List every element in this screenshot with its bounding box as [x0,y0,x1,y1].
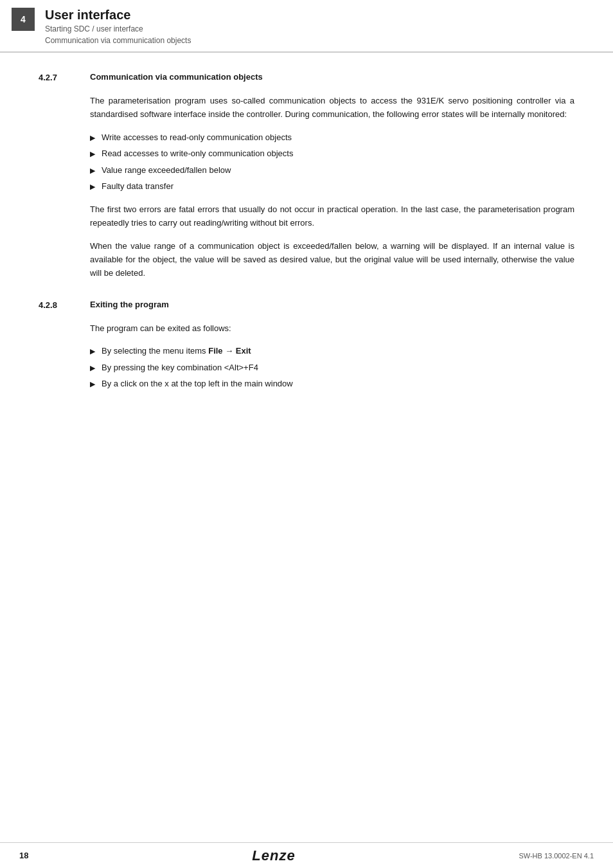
list-item: ▶ By pressing the key combination <Alt>+… [90,361,574,374]
footer-logo: Lenze [252,847,295,864]
section-4-2-7-bullets: ▶ Write accesses to read-only communicat… [90,131,574,194]
chapter-number: 4 [12,8,35,31]
section-4-2-7-body: The parameterisation program uses so-cal… [90,94,574,280]
bullet-icon-2: ▶ [90,147,102,159]
section-4-2-8: 4.2.8 Exiting the program The program ca… [39,300,574,391]
header-text: User interface Starting SDC / user inter… [45,6,191,46]
section-4-2-8-heading: 4.2.8 Exiting the program [39,300,574,310]
section-4-2-8-title: Exiting the program [90,300,169,309]
exit-bullet-2: By pressing the key combination <Alt>+F4 [102,361,574,374]
section-4-2-7-para1: The parameterisation program uses so-cal… [90,94,574,122]
bullet-icon-7: ▶ [90,377,102,390]
page-header: 4 User interface Starting SDC / user int… [0,0,613,53]
page-footer: 18 Lenze SW-HB 13.0002-EN 4.1 [0,842,613,868]
list-item: ▶ By selecting the menu items File → Exi… [90,344,574,357]
bullet-icon-1: ▶ [90,131,102,143]
section-4-2-7-title: Communication via communication objects [90,72,263,82]
bullet-icon-5: ▶ [90,344,102,357]
section-4-2-7-heading: 4.2.7 Communication via communication ob… [39,72,574,82]
header-sub-line2: Communication via communication objects [45,35,191,46]
bullet-icon-3: ▶ [90,163,102,176]
list-item: ▶ Faulty data transfer [90,179,574,193]
list-item: ▶ Read accesses to write-only communicat… [90,147,574,160]
footer-page-number: 18 [19,851,28,860]
section-4-2-8-number: 4.2.8 [39,300,90,310]
section-4-2-7-number: 4.2.7 [39,72,90,82]
bullet-text-3: Value range exceeded/fallen below [102,163,574,177]
bullet-icon-6: ▶ [90,361,102,374]
list-item: ▶ Value range exceeded/fallen below [90,163,574,177]
section-4-2-7-para3: When the value range of a communication … [90,239,574,280]
section-4-2-7: 4.2.7 Communication via communication ob… [39,72,574,280]
chapter-title: User interface [45,6,191,23]
main-content: 4.2.7 Communication via communication ob… [0,53,613,429]
list-item: ▶ Write accesses to read-only communicat… [90,131,574,144]
bullet-text-1: Write accesses to read-only communicatio… [102,131,574,144]
bullet-icon-4: ▶ [90,179,102,192]
section-4-2-8-bullets: ▶ By selecting the menu items File → Exi… [90,344,574,390]
section-4-2-7-para2: The first two errors are fatal errors th… [90,203,574,230]
header-sub-line1: Starting SDC / user interface [45,23,191,35]
section-4-2-8-intro: The program can be exited as follows: [90,321,574,335]
footer-version: SW-HB 13.0002-EN 4.1 [519,852,594,860]
exit-bullet-3: By a click on the x at the top left in t… [102,377,574,390]
exit-bullet-1: By selecting the menu items File → Exit [102,344,574,357]
section-4-2-8-body: The program can be exited as follows: ▶ … [90,321,574,391]
bullet-text-2: Read accesses to write-only communicatio… [102,147,574,160]
bullet-text-4: Faulty data transfer [102,179,574,193]
list-item: ▶ By a click on the x at the top left in… [90,377,574,390]
